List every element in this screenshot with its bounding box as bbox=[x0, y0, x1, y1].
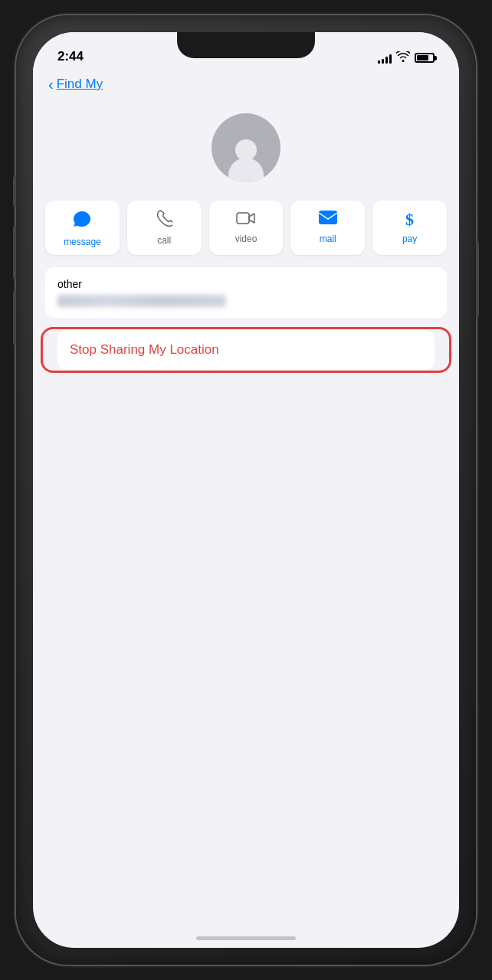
svg-rect-0 bbox=[237, 213, 249, 224]
avatar bbox=[212, 113, 280, 182]
action-buttons-row: message call bbox=[33, 201, 459, 255]
nav-bar: ‹ Find My bbox=[33, 70, 459, 98]
phone-screen: 2:44 bbox=[33, 32, 459, 948]
stop-sharing-button[interactable]: Stop Sharing My Location bbox=[70, 342, 219, 358]
call-button[interactable]: call bbox=[127, 201, 202, 255]
pay-button[interactable]: $ pay bbox=[372, 201, 447, 255]
volume-down-button bbox=[13, 291, 16, 345]
contact-type-label: other bbox=[57, 278, 435, 290]
contact-info-blurred bbox=[57, 295, 226, 307]
mail-label: mail bbox=[320, 234, 336, 244]
stop-sharing-wrapper: Stop Sharing My Location bbox=[45, 330, 447, 370]
power-button bbox=[476, 241, 479, 318]
svg-rect-1 bbox=[319, 211, 337, 224]
notch bbox=[177, 32, 315, 58]
avatar-body bbox=[228, 158, 264, 182]
back-button[interactable]: ‹ Find My bbox=[48, 77, 444, 92]
signal-icon bbox=[378, 53, 392, 64]
call-icon bbox=[156, 210, 172, 231]
message-button[interactable]: message bbox=[45, 201, 120, 255]
home-indicator bbox=[196, 936, 296, 940]
back-label: Find My bbox=[57, 77, 103, 92]
message-icon bbox=[72, 210, 92, 233]
video-label: video bbox=[235, 234, 257, 244]
back-chevron-icon: ‹ bbox=[48, 77, 54, 92]
volume-up-button bbox=[13, 226, 16, 279]
avatar-section bbox=[33, 98, 459, 201]
status-time: 2:44 bbox=[57, 49, 84, 66]
call-label: call bbox=[157, 235, 171, 246]
stop-sharing-card: Stop Sharing My Location bbox=[57, 330, 435, 370]
mail-icon bbox=[318, 210, 338, 230]
battery-icon bbox=[415, 53, 435, 63]
phone-frame: 2:44 bbox=[16, 15, 476, 965]
pay-label: pay bbox=[402, 234, 417, 244]
status-icons bbox=[378, 51, 435, 66]
mute-button bbox=[13, 176, 16, 207]
wifi-icon bbox=[396, 51, 410, 64]
mail-button[interactable]: mail bbox=[290, 201, 365, 255]
video-button[interactable]: video bbox=[209, 201, 284, 255]
contact-info-card: other bbox=[45, 267, 447, 318]
avatar-silhouette bbox=[223, 136, 269, 182]
video-icon bbox=[236, 210, 256, 230]
message-label: message bbox=[64, 237, 101, 247]
pay-icon: $ bbox=[405, 210, 414, 230]
page-content: ‹ Find My bbox=[33, 70, 459, 948]
